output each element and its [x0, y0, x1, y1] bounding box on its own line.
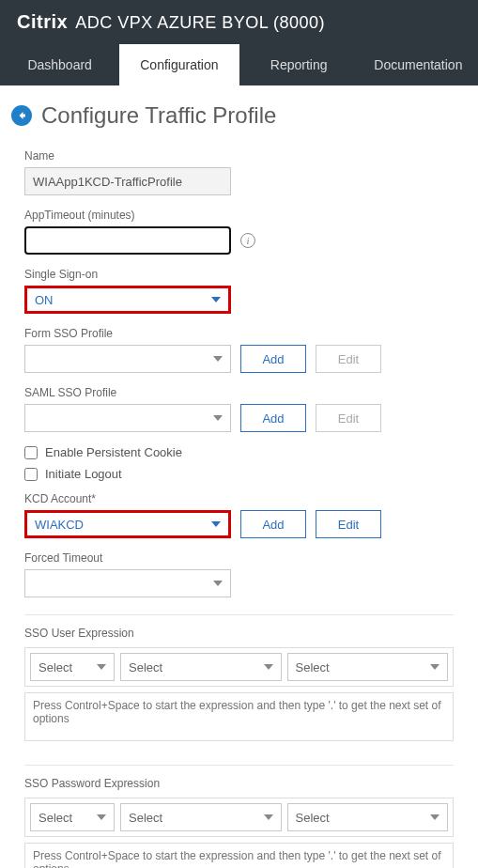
main-tabs: Dashboard Configuration Reporting Docume…: [0, 44, 478, 85]
sso-pwd-expr-select-2[interactable]: Select: [120, 803, 282, 831]
name-label: Name: [24, 149, 454, 163]
sso-user-expr-select-1[interactable]: Select: [30, 653, 115, 681]
sso-select[interactable]: ON: [24, 286, 231, 314]
sso-pwd-expr-select-3[interactable]: Select: [287, 803, 449, 831]
kcd-select[interactable]: WIAKCD: [24, 510, 231, 538]
sso-value: ON: [35, 293, 54, 307]
info-icon[interactable]: i: [240, 233, 255, 248]
page-title: Configure Traffic Profile: [41, 102, 276, 129]
apptimeout-input[interactable]: [24, 226, 231, 255]
sso-label: Single Sign-on: [24, 268, 454, 281]
saml-sso-add-button[interactable]: Add: [240, 404, 306, 432]
chevron-down-icon: [430, 814, 439, 820]
chevron-down-icon: [97, 814, 106, 820]
tab-dashboard[interactable]: Dashboard: [0, 44, 119, 85]
app-header: Citrix ADC VPX AZURE BYOL (8000): [0, 0, 478, 44]
sso-user-expr-label: SSO User Expression: [24, 614, 454, 640]
tab-configuration[interactable]: Configuration: [119, 44, 239, 85]
persistent-cookie-checkbox[interactable]: [24, 446, 38, 459]
forced-timeout-select[interactable]: [24, 569, 231, 597]
forced-timeout-label: Forced Timeout: [24, 551, 454, 565]
kcd-add-button[interactable]: Add: [240, 510, 306, 538]
chevron-down-icon: [264, 664, 273, 670]
tab-reporting[interactable]: Reporting: [239, 44, 359, 85]
form-sso-label: Form SSO Profile: [24, 327, 454, 340]
sso-pwd-expr-select-1[interactable]: Select: [30, 803, 115, 831]
chevron-down-icon: [430, 664, 439, 670]
sso-pwd-expr-label: SSO Password Expression: [24, 765, 454, 790]
apptimeout-label: AppTimeout (minutes): [24, 209, 454, 222]
name-input[interactable]: [24, 167, 231, 195]
persistent-cookie-label: Enable Persistent Cookie: [45, 445, 182, 459]
initiate-logout-checkbox[interactable]: [24, 468, 38, 481]
chevron-down-icon: [213, 581, 223, 586]
sso-user-expr-select-3[interactable]: Select: [287, 653, 449, 681]
initiate-logout-label: Initiate Logout: [45, 467, 122, 481]
chevron-down-icon: [213, 356, 223, 362]
kcd-value: WIAKCD: [35, 518, 84, 532]
tab-documentation[interactable]: Documentation: [359, 44, 478, 85]
saml-sso-edit-button: Edit: [316, 404, 381, 432]
sso-user-expr-input[interactable]: [24, 692, 454, 741]
chevron-down-icon: [211, 297, 221, 302]
brand-label: Citrix: [17, 11, 68, 33]
back-button[interactable]: [11, 105, 32, 126]
saml-sso-label: SAML SSO Profile: [24, 386, 454, 399]
chevron-down-icon: [264, 814, 273, 820]
sso-user-expr-select-2[interactable]: Select: [120, 653, 282, 681]
arrow-left-icon: [16, 110, 27, 121]
chevron-down-icon: [213, 415, 223, 421]
kcd-label: KCD Account*: [24, 492, 454, 505]
sso-pwd-expr-input[interactable]: [24, 843, 454, 868]
form-sso-add-button[interactable]: Add: [240, 345, 306, 373]
form-sso-select[interactable]: [24, 345, 231, 373]
saml-sso-select[interactable]: [24, 404, 231, 432]
form-sso-edit-button: Edit: [316, 345, 381, 373]
chevron-down-icon: [97, 664, 106, 670]
kcd-edit-button[interactable]: Edit: [316, 510, 381, 538]
product-label: ADC VPX AZURE BYOL (8000): [75, 13, 325, 33]
chevron-down-icon: [211, 521, 221, 527]
